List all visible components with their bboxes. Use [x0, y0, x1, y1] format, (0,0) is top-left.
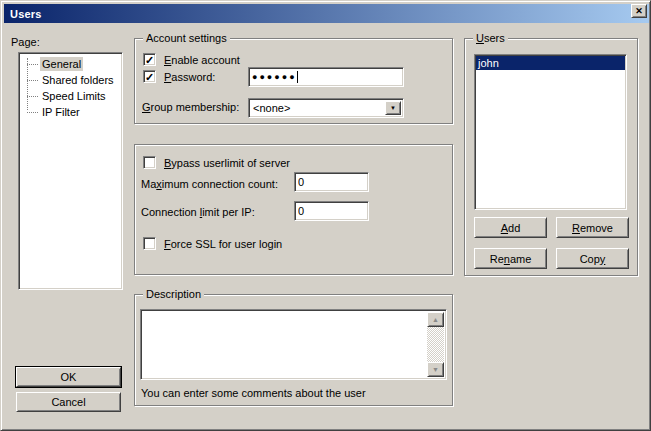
tree-item-ip-filter[interactable]: IP Filter	[19, 104, 122, 120]
titlebar: Users	[4, 4, 649, 23]
tree-item-general[interactable]: General	[19, 56, 122, 72]
ok-button[interactable]: OK	[16, 367, 121, 387]
password-checkbox[interactable]: ✓ Password:	[143, 70, 215, 83]
connection-per-ip-input[interactable]	[294, 201, 369, 221]
enable-account-label: Enable account	[164, 54, 240, 66]
password-input[interactable]: ●●●●●●	[248, 67, 404, 87]
close-icon[interactable]: ✕	[631, 4, 647, 18]
bypass-userlimit-label: Bypass userlimit of server	[164, 157, 290, 169]
remove-button[interactable]: Remove	[556, 217, 629, 238]
bypass-userlimit-checkbox[interactable]: Bypass userlimit of server	[143, 156, 290, 169]
tree-item-speed-limits[interactable]: Speed Limits	[19, 88, 122, 104]
rename-button[interactable]: Rename	[474, 248, 547, 269]
force-ssl-checkbox[interactable]: Force SSL for user login	[143, 237, 282, 250]
description-title: Description	[143, 288, 204, 301]
max-connection-input[interactable]	[294, 172, 369, 192]
checkbox-unchecked-icon[interactable]	[143, 156, 156, 169]
connection-per-ip-label: Connection limit per IP:	[141, 206, 255, 218]
tree-item-shared-folders[interactable]: Shared folders	[19, 72, 122, 88]
scroll-down-icon[interactable]: ▼	[427, 362, 444, 377]
checkbox-checked-icon[interactable]: ✓	[143, 70, 156, 83]
list-item-john[interactable]: john	[476, 56, 625, 70]
cancel-button[interactable]: Cancel	[16, 392, 121, 412]
checkbox-checked-icon[interactable]: ✓	[143, 53, 156, 66]
group-membership-select[interactable]: <none> ▼	[248, 98, 404, 118]
description-scrollbar[interactable]: ▲ ▼	[427, 312, 444, 377]
account-settings-title: Account settings	[143, 32, 230, 45]
users-group-title: Users	[473, 32, 508, 45]
scroll-up-icon[interactable]: ▲	[427, 312, 444, 327]
checkbox-unchecked-icon[interactable]	[143, 237, 156, 250]
add-button[interactable]: Add	[474, 217, 547, 238]
description-textarea[interactable]: ▲ ▼	[140, 309, 447, 380]
max-connection-label: Maximum connection count:	[141, 178, 278, 190]
page-label: Page:	[11, 36, 40, 48]
description-hint: You can enter some comments about the us…	[141, 387, 366, 399]
group-membership-label: Group membership:	[142, 101, 239, 113]
force-ssl-label: Force SSL for user login	[164, 238, 282, 250]
users-listbox[interactable]: john	[474, 54, 627, 210]
password-label: Password:	[164, 71, 215, 83]
password-dots: ●●●●●●	[252, 72, 297, 83]
window-title: Users	[10, 8, 42, 20]
text-caret	[297, 71, 298, 83]
page-tree[interactable]: General Shared folders Speed Limits IP F…	[18, 52, 123, 290]
copy-button[interactable]: Copy	[556, 248, 629, 269]
chevron-down-icon[interactable]: ▼	[385, 101, 401, 115]
enable-account-checkbox[interactable]: ✓ Enable account	[143, 53, 240, 66]
group-membership-value: <none>	[253, 102, 290, 114]
users-dialog: Users ✕ Page: General Shared folders Spe…	[0, 0, 651, 431]
